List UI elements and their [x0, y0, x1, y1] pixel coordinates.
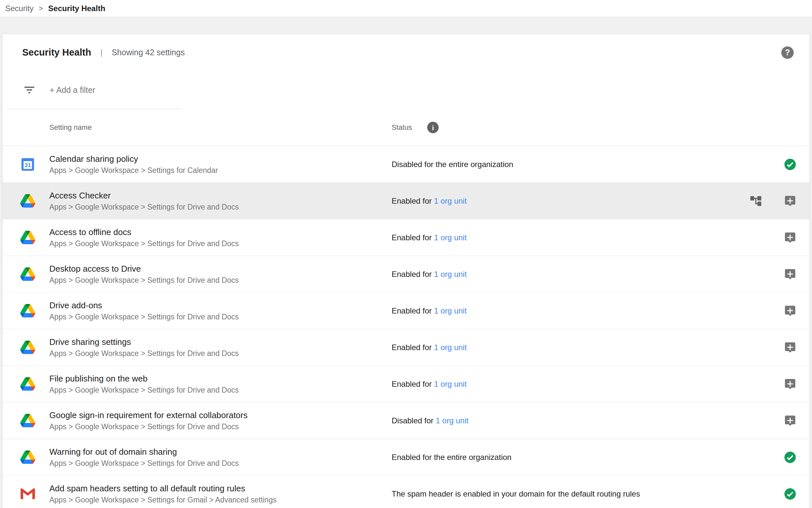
recommendation-icon[interactable] [784, 231, 796, 244]
app-icon [19, 413, 36, 429]
setting-title: Add spam headers setting to all default … [49, 482, 277, 495]
column-header-setting-name: Setting name [49, 123, 92, 132]
table-row[interactable]: Access Checker Apps > Google Workspace >… [3, 183, 809, 219]
settings-count: Showing 42 settings [112, 48, 185, 57]
table-row[interactable]: Access to offline docs Apps > Google Wor… [3, 219, 809, 256]
app-icon [19, 193, 36, 209]
setting-path: Apps > Google Workspace > Settings for G… [49, 495, 277, 505]
setting-text: Drive add-ons Apps > Google Workspace > … [49, 299, 239, 322]
drive-icon [20, 194, 35, 208]
app-icon [19, 376, 36, 392]
svg-text:31: 31 [25, 162, 31, 168]
app-icon: 31 [19, 156, 36, 173]
setting-text: Drive sharing settings Apps > Google Wor… [49, 336, 239, 359]
setting-status: Enabled for1 org unit [392, 343, 467, 352]
setting-title: Google sign-in requirement for external … [49, 409, 248, 421]
org-unit-link[interactable]: 1 org unit [436, 416, 468, 425]
org-unit-link[interactable]: 1 org unit [434, 380, 467, 388]
setting-text: Access Checker Apps > Google Workspace >… [49, 189, 239, 212]
status-text: Enabled for [392, 270, 432, 279]
setting-title: Access to offline docs [49, 226, 239, 238]
breadcrumb-parent[interactable]: Security [5, 4, 34, 13]
setting-status: Enabled for1 org unit [392, 233, 467, 242]
setting-title: Drive sharing settings [49, 336, 239, 348]
setting-text: Warning for out of domain sharing Apps >… [49, 446, 239, 469]
setting-status: Enabled for1 org unit [392, 197, 467, 206]
help-icon[interactable]: ? [781, 46, 794, 59]
recommendation-icon[interactable] [784, 305, 796, 317]
org-unit-link[interactable]: 1 org unit [434, 233, 467, 242]
add-filter-button[interactable]: + Add a filter [50, 85, 95, 95]
setting-path: Apps > Google Workspace > Settings for D… [49, 421, 248, 432]
setting-text: Add spam headers setting to all default … [49, 482, 277, 505]
drive-icon [20, 304, 35, 318]
table-row[interactable]: Warning for out of domain sharing Apps >… [3, 439, 809, 476]
recommendation-icon[interactable] [784, 378, 796, 390]
setting-text: Desktop access to Drive Apps > Google Wo… [49, 263, 239, 286]
app-icon [19, 339, 36, 356]
status-text: Enabled for [392, 380, 432, 388]
settings-table-body: 31 Calendar sharing policy Apps > Google… [3, 146, 809, 508]
status-text: Disabled for the entire organization [392, 160, 513, 169]
setting-title: Access Checker [49, 189, 239, 202]
table-row[interactable]: 31 Calendar sharing policy Apps > Google… [3, 146, 809, 183]
status-text: Enabled for the entire organization [392, 453, 512, 462]
setting-status: Enabled for1 org unit [392, 306, 467, 315]
setting-status: The spam header is enabled in your domai… [392, 490, 640, 499]
setting-status: Disabled for1 org unit [392, 416, 468, 425]
filter-bar: + Add a filter [3, 71, 809, 109]
recommendation-icon[interactable] [784, 195, 796, 207]
table-row[interactable]: File publishing on the web Apps > Google… [3, 366, 809, 403]
recommendation-icon[interactable] [784, 341, 796, 354]
setting-status: Enabled for1 org unit [392, 270, 467, 279]
page-title: Security Health [22, 47, 91, 58]
setting-text: File publishing on the web Apps > Google… [49, 373, 239, 395]
setting-path: Apps > Google Workspace > Settings for D… [49, 311, 239, 322]
recommendation-icon[interactable] [784, 415, 796, 427]
recommendation-icon[interactable] [784, 268, 796, 281]
table-row[interactable]: Google sign-in requirement for external … [3, 403, 809, 439]
setting-path: Apps > Google Workspace > Settings for C… [49, 165, 218, 176]
breadcrumb-current: Security Health [48, 4, 105, 13]
breadcrumb: Security > Security Health [0, 0, 812, 17]
org-units-icon[interactable] [749, 195, 762, 208]
org-unit-link[interactable]: 1 org unit [434, 270, 467, 279]
setting-title: Warning for out of domain sharing [49, 446, 239, 458]
drive-icon [20, 267, 35, 281]
setting-text: Calendar sharing policy Apps > Google Wo… [49, 153, 218, 176]
table-row[interactable]: Add spam headers setting to all default … [3, 476, 809, 508]
setting-path: Apps > Google Workspace > Settings for D… [49, 385, 239, 395]
table-row[interactable]: Desktop access to Drive Apps > Google Wo… [3, 256, 809, 293]
title-divider: | [100, 47, 103, 57]
gmail-icon [20, 489, 35, 499]
setting-status: Enabled for the entire organization [392, 453, 512, 462]
org-unit-link[interactable]: 1 org unit [434, 197, 467, 205]
drive-icon [20, 341, 35, 354]
status-ok-icon [784, 158, 796, 171]
table-row[interactable]: Drive add-ons Apps > Google Workspace > … [3, 293, 809, 329]
status-text: Enabled for [392, 343, 432, 352]
setting-title: Drive add-ons [49, 299, 239, 311]
setting-path: Apps > Google Workspace > Settings for D… [49, 275, 239, 286]
table-header: Setting name Status i [3, 109, 809, 146]
security-health-card: Security Health | Showing 42 settings ? … [3, 34, 809, 508]
org-unit-link[interactable]: 1 org unit [434, 343, 467, 352]
calendar-icon: 31 [20, 157, 35, 172]
card-header: Security Health | Showing 42 settings ? [3, 34, 809, 71]
setting-path: Apps > Google Workspace > Settings for D… [49, 238, 239, 249]
status-info-icon[interactable]: i [427, 122, 439, 133]
setting-text: Access to offline docs Apps > Google Wor… [49, 226, 239, 249]
setting-status: Disabled for the entire organization [392, 160, 513, 169]
drive-icon [20, 377, 35, 391]
filter-list-icon[interactable] [23, 83, 36, 96]
setting-title: Desktop access to Drive [49, 263, 239, 275]
status-ok-icon [784, 451, 796, 464]
app-icon [19, 266, 36, 283]
setting-path: Apps > Google Workspace > Settings for D… [49, 202, 239, 212]
app-icon [19, 486, 36, 502]
table-row[interactable]: Drive sharing settings Apps > Google Wor… [3, 329, 809, 366]
org-unit-link[interactable]: 1 org unit [434, 306, 467, 315]
column-header-status: Status [392, 123, 412, 132]
app-icon [19, 229, 36, 246]
drive-icon [20, 231, 35, 244]
